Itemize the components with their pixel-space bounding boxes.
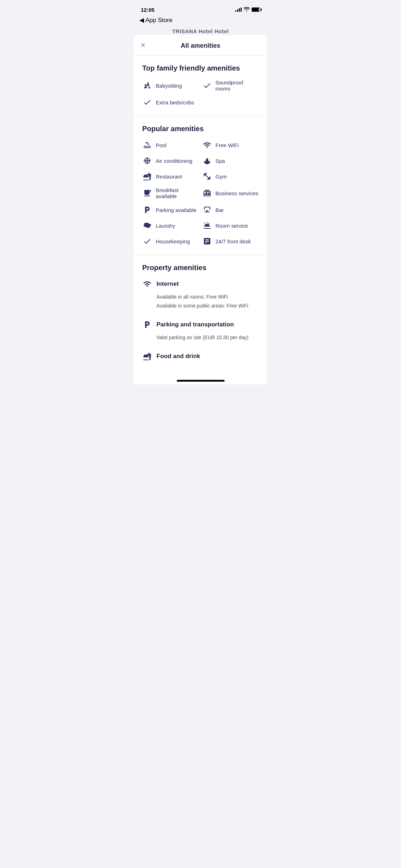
amenity-pool: Pool (142, 140, 199, 150)
back-arrow: ◀ (139, 16, 144, 24)
status-time: 12:05 (141, 7, 154, 13)
amenity-gym: Gym (202, 171, 259, 181)
amenity-wifi: Free WiFi (202, 140, 259, 150)
popular-title: Popular amenities (142, 125, 259, 133)
status-icons (235, 7, 260, 12)
amenity-spa: Spa (202, 156, 259, 166)
property-internet: Internet Available in all rooms: Free Wi… (142, 279, 259, 310)
check-housekeeping-icon (142, 236, 152, 246)
hotel-title-partial: TRISANA Hotel Hotel (134, 27, 267, 35)
modal-header: × All amenities (134, 35, 267, 56)
amenity-spa-label: Spa (216, 158, 225, 164)
property-title: Property amenities (142, 264, 259, 272)
internet-title: Internet (156, 280, 179, 288)
amenity-frontdesk-label: 24/7 front desk (216, 238, 251, 244)
back-label: App Store (145, 17, 173, 24)
restaurant-property-icon (142, 351, 152, 361)
wifi-property-icon (142, 279, 152, 289)
amenity-parking: Parking available (142, 205, 199, 215)
amenity-ac: Air conditioning (142, 156, 199, 166)
property-food: Food and drink (142, 351, 259, 361)
amenity-frontdesk: 24/7 front desk (202, 236, 259, 246)
amenity-laundry: Laundry (142, 221, 199, 231)
amenity-soundproof-label: Soundproof rooms (216, 79, 259, 92)
popular-grid: Pool Free WiFi Air conditioning (142, 140, 259, 246)
amenity-extrabeds-label: Extra beds/cribs (156, 99, 194, 105)
parking-icon (142, 205, 152, 215)
property-section: Property amenities Internet Available in… (134, 255, 267, 377)
amenity-restaurant-label: Restaurant (156, 174, 182, 180)
spa-icon (202, 156, 212, 166)
battery-icon (252, 7, 260, 12)
home-bar (177, 380, 225, 382)
amenity-soundproof: Soundproof rooms (202, 79, 259, 92)
amenity-breakfast: Breakfast available (142, 187, 199, 199)
bar-icon (202, 205, 212, 215)
amenity-extrabeds: Extra beds/cribs (142, 97, 199, 107)
internet-header: Internet (142, 279, 259, 289)
amenity-babysitting-label: Babysitting (156, 83, 182, 89)
family-friendly-title: Top family friendly amenities (142, 64, 259, 72)
restaurant-icon (142, 171, 152, 181)
laundry-icon (142, 221, 152, 231)
modal-sheet: × All amenities Top family friendly amen… (134, 35, 267, 377)
back-navigation[interactable]: ◀ App Store (134, 16, 267, 27)
family-friendly-grid: Babysitting Soundproof rooms Extra (142, 79, 259, 107)
check-extrabeds-icon (142, 97, 152, 107)
amenity-babysitting: Babysitting (142, 79, 199, 92)
stroller-icon (142, 81, 152, 91)
signal-icon (235, 7, 242, 12)
frontdesk-icon (202, 236, 212, 246)
amenity-ac-label: Air conditioning (156, 158, 192, 164)
amenity-gym-label: Gym (216, 174, 227, 180)
internet-details: Available in all rooms: Free WiFi Availa… (142, 293, 259, 310)
briefcase-icon (202, 188, 212, 198)
modal-title: All amenities (181, 42, 220, 50)
back-button[interactable]: ◀ App Store (139, 16, 173, 24)
amenity-business: Business services (202, 187, 259, 199)
roomservice-icon (202, 221, 212, 231)
food-title: Food and drink (156, 353, 200, 360)
amenity-housekeeping: Housekeeping (142, 236, 199, 246)
popular-section: Popular amenities Pool Free WiFi (134, 116, 267, 252)
parking-header: Parking and transportation (142, 320, 259, 330)
amenity-bar: Bar (202, 205, 259, 215)
status-bar: 12:05 (134, 0, 267, 16)
home-indicator (134, 377, 267, 384)
parking-details: Valet parking on site (EUR 15.50 per day… (142, 334, 259, 341)
property-parking: Parking and transportation Valet parking… (142, 320, 259, 341)
wifi-status-icon (244, 7, 250, 12)
amenity-roomservice-label: Room service (216, 223, 248, 229)
close-button[interactable]: × (141, 41, 145, 49)
amenity-pool-label: Pool (156, 142, 166, 148)
amenity-laundry-label: Laundry (156, 223, 175, 229)
amenity-parking-label: Parking available (156, 207, 196, 213)
amenity-breakfast-label: Breakfast available (156, 187, 199, 199)
internet-detail-1: Available in all rooms: Free WiFi (156, 293, 259, 301)
food-header: Food and drink (142, 351, 259, 361)
amenity-wifi-label: Free WiFi (216, 142, 239, 148)
internet-detail-2: Available in some public areas: Free WiF… (156, 302, 259, 310)
amenity-business-label: Business services (216, 190, 258, 196)
parking-property-icon (142, 320, 152, 330)
pool-icon (142, 140, 152, 150)
check-soundproof-icon (202, 81, 212, 91)
snowflake-icon (142, 156, 152, 166)
coffee-icon (142, 188, 152, 198)
amenity-roomservice: Room service (202, 221, 259, 231)
family-friendly-section: Top family friendly amenities Babysittin… (134, 56, 267, 113)
amenity-restaurant: Restaurant (142, 171, 199, 181)
parking-detail-1: Valet parking on site (EUR 15.50 per day… (156, 334, 259, 341)
amenity-bar-label: Bar (216, 207, 224, 213)
wifi-icon (202, 140, 212, 150)
gym-icon (202, 171, 212, 181)
parking-title: Parking and transportation (156, 321, 234, 328)
amenity-housekeeping-label: Housekeeping (156, 238, 190, 244)
